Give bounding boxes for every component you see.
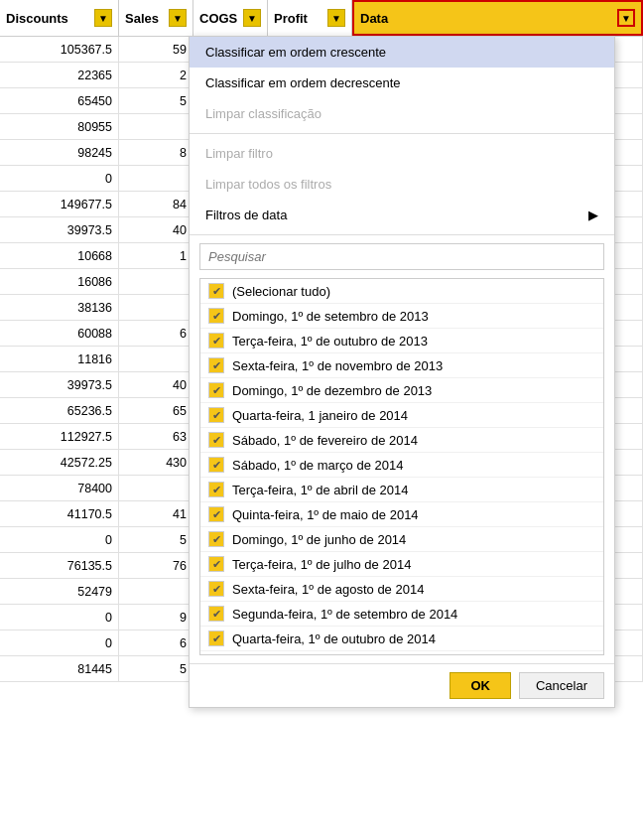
table-cell: 6 — [119, 321, 193, 346]
checkbox-item[interactable]: ✔Sábado, 1º de novembro de 2014 — [200, 651, 603, 655]
table-cell: 39973.5 — [0, 217, 119, 242]
table-cell — [119, 579, 193, 604]
checkbox-icon: ✔ — [208, 357, 224, 373]
table-container: Discounts ▼ Sales ▼ COGS ▼ Profit ▼ Data… — [0, 0, 643, 682]
checkbox-icon: ✔ — [208, 506, 224, 522]
sales-label: Sales — [125, 11, 159, 26]
table-cell: 16086 — [0, 269, 119, 294]
menu-sort-asc[interactable]: Classificar em ordem crescente — [190, 37, 614, 68]
menu-date-filters[interactable]: Filtros de data ▶ — [190, 200, 614, 230]
table-cell: 98245 — [0, 140, 119, 165]
table-cell: 6 — [119, 630, 193, 655]
table-cell: 60088 — [0, 321, 119, 346]
checkbox-item[interactable]: ✔Terça-feira, 1º de abril de 2014 — [200, 478, 603, 502]
profit-filter-btn[interactable]: ▼ — [327, 9, 345, 27]
checkbox-icon: ✔ — [208, 308, 224, 324]
checkbox-item[interactable]: ✔Sexta-feira, 1º de novembro de 2013 — [200, 353, 603, 378]
table-cell: 81445 — [0, 656, 119, 681]
table-cell: 22365 — [0, 63, 119, 87]
search-input[interactable] — [199, 243, 604, 270]
table-cell: 65450 — [0, 88, 119, 113]
table-cell: 5 — [119, 527, 193, 552]
table-cell: 0 — [0, 166, 119, 191]
cancel-button[interactable]: Cancelar — [519, 672, 604, 699]
checkbox-label: Sexta-feira, 1º de agosto de 2014 — [232, 582, 424, 597]
checkbox-icon: ✔ — [208, 581, 224, 597]
sales-filter-btn[interactable]: ▼ — [169, 9, 187, 27]
checkbox-item[interactable]: ✔(Selecionar tudo) — [200, 279, 603, 304]
checkbox-label: Sábado, 1º de fevereiro de 2014 — [232, 433, 418, 448]
table-cell: 40 — [119, 372, 193, 397]
checkbox-label: (Selecionar tudo) — [232, 284, 330, 299]
menu-separator-2 — [190, 234, 614, 235]
table-cell: 65236.5 — [0, 398, 119, 423]
checkbox-icon: ✔ — [208, 432, 224, 448]
checkbox-label: Domingo, 1º de setembro de 2013 — [232, 309, 429, 324]
checkbox-label: Quarta-feira, 1º de outubro de 2014 — [232, 631, 436, 646]
checkbox-item[interactable]: ✔Domingo, 1º de setembro de 2013 — [200, 304, 603, 329]
table-cell: 63 — [119, 424, 193, 449]
checkbox-item[interactable]: ✔Terça-feira, 1º de outubro de 2013 — [200, 329, 603, 353]
checkbox-icon: ✔ — [208, 606, 224, 622]
cogs-filter-btn[interactable]: ▼ — [243, 9, 261, 27]
checkbox-item[interactable]: ✔Quarta-feira, 1 janeiro de 2014 — [200, 403, 603, 428]
ok-button[interactable]: OK — [450, 672, 511, 699]
checkbox-label: Sábado, 1º de março de 2014 — [232, 458, 403, 473]
col-header-discounts: Discounts ▼ — [0, 0, 119, 36]
checkbox-item[interactable]: ✔Sábado, 1º de março de 2014 — [200, 453, 603, 478]
table-cell: 78400 — [0, 476, 119, 500]
col-header-cogs: COGS ▼ — [193, 0, 268, 36]
discounts-label: Discounts — [6, 11, 68, 26]
discounts-filter-btn[interactable]: ▼ — [94, 9, 112, 27]
checkbox-list: ✔(Selecionar tudo)✔Domingo, 1º de setemb… — [199, 278, 604, 655]
profit-label: Profit — [274, 11, 308, 26]
table-cell: 5 — [119, 88, 193, 113]
checkbox-label: Segunda-feira, 1º de setembro de 2014 — [232, 607, 457, 622]
table-cell: 8 — [119, 140, 193, 165]
data-label: Data — [360, 11, 388, 26]
table-cell: 5 — [119, 656, 193, 681]
data-filter-btn[interactable]: ▼ — [617, 9, 635, 27]
table-cell: 1 — [119, 243, 193, 268]
table-cell: 52479 — [0, 579, 119, 604]
col-header-profit: Profit ▼ — [268, 0, 352, 36]
table-cell: 105367.5 — [0, 37, 119, 62]
table-cell: 84 — [119, 192, 193, 216]
table-cell: 80955 — [0, 114, 119, 139]
table-cell — [119, 476, 193, 500]
cogs-label: COGS — [199, 11, 237, 26]
checkbox-label: Sexta-feira, 1º de novembro de 2013 — [232, 358, 443, 373]
checkbox-icon: ✔ — [208, 630, 224, 646]
checkbox-label: Terça-feira, 1º de julho de 2014 — [232, 557, 411, 572]
checkbox-label: Terça-feira, 1º de outubro de 2013 — [232, 334, 428, 349]
table-cell: 76135.5 — [0, 553, 119, 578]
checkbox-label: Quarta-feira, 1 janeiro de 2014 — [232, 408, 408, 423]
checkbox-item[interactable]: ✔Quinta-feira, 1º de maio de 2014 — [200, 502, 603, 527]
table-cell: 430 — [119, 450, 193, 475]
checkbox-icon: ✔ — [208, 531, 224, 547]
table-cell: 65 — [119, 398, 193, 423]
checkbox-icon: ✔ — [208, 333, 224, 349]
checkbox-icon: ✔ — [208, 556, 224, 572]
menu-clear-all-filters: Limpar todos os filtros — [190, 169, 614, 200]
checkbox-item[interactable]: ✔Terça-feira, 1º de julho de 2014 — [200, 552, 603, 577]
checkbox-item[interactable]: ✔Sexta-feira, 1º de agosto de 2014 — [200, 577, 603, 602]
menu-sort-desc[interactable]: Classificar em ordem decrescente — [190, 68, 614, 98]
checkbox-icon: ✔ — [208, 407, 224, 423]
table-cell: 59 — [119, 37, 193, 62]
table-cell — [119, 347, 193, 371]
checkbox-item[interactable]: ✔Sábado, 1º de fevereiro de 2014 — [200, 428, 603, 453]
col-header-sales: Sales ▼ — [119, 0, 193, 36]
table-cell: 2 — [119, 63, 193, 87]
table-cell: 0 — [0, 527, 119, 552]
checkbox-item[interactable]: ✔Quarta-feira, 1º de outubro de 2014 — [200, 627, 603, 651]
table-cell: 76 — [119, 553, 193, 578]
dropdown-menu: Classificar em ordem crescente Classific… — [189, 36, 615, 708]
checkbox-item[interactable]: ✔Domingo, 1º de junho de 2014 — [200, 527, 603, 552]
menu-clear-sort: Limpar classificação — [190, 98, 614, 129]
checkbox-item[interactable]: ✔Segunda-feira, 1º de setembro de 2014 — [200, 602, 603, 627]
table-cell: 38136 — [0, 295, 119, 320]
table-cell: 10668 — [0, 243, 119, 268]
checkbox-item[interactable]: ✔Domingo, 1º de dezembro de 2013 — [200, 378, 603, 403]
table-header: Discounts ▼ Sales ▼ COGS ▼ Profit ▼ Data… — [0, 0, 643, 37]
